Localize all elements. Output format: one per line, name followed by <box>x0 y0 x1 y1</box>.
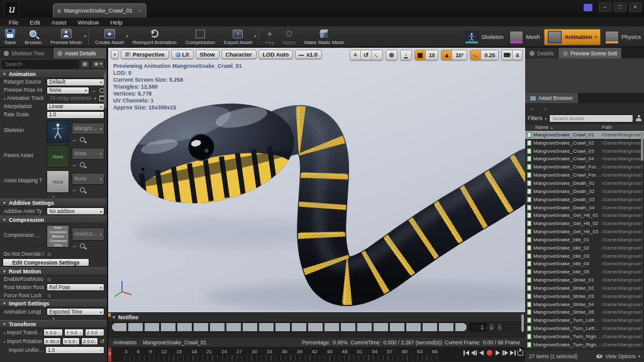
asset-row[interactable]: MangroveSnake_Idle_01/Game/MangroveSn <box>525 236 644 244</box>
asset-row[interactable]: MangroveSnake_Death_02/Game/MangroveSn <box>525 187 644 195</box>
skip-to-end-button[interactable] <box>510 349 516 356</box>
notifies-scrollbar[interactable] <box>521 314 524 332</box>
expand-more-properties[interactable]: ▾ <box>0 194 107 199</box>
column-path[interactable]: Path <box>602 124 612 130</box>
preview-mesh-caret-icon[interactable]: ▾ <box>84 34 87 39</box>
tab-details[interactable]: Details <box>525 48 558 58</box>
rotation-x-input[interactable]: X 90.0↕ <box>43 337 61 345</box>
record-button[interactable] <box>486 349 493 356</box>
use-selected-icon[interactable]: ← <box>72 187 77 193</box>
section-root-motion[interactable]: ▼ Root Motion <box>0 267 107 275</box>
add-track-button[interactable]: + <box>497 323 502 331</box>
compression-scheme-select[interactable]: AnimCompress_B▾ <box>72 228 104 241</box>
notifies-header[interactable]: ▼ Notifies <box>108 313 525 321</box>
surface-snap-icon[interactable]: ↓ <box>401 50 411 60</box>
expand-icon[interactable]: ▸ <box>4 96 6 101</box>
preview-viewport[interactable]: ▾ Perspective Lit Show Character LOD Aut… <box>108 48 525 312</box>
animation-mode-caret-icon[interactable]: ▾ <box>594 35 597 40</box>
use-selected-icon[interactable]: ← <box>72 136 77 143</box>
lod-auto-button[interactable]: LOD Auto <box>258 50 294 59</box>
filters-button[interactable]: Filters <box>528 115 542 121</box>
skip-to-start-button[interactable] <box>464 349 469 356</box>
asset-row[interactable]: MangroveSnake_Crawl_01/Game/MangroveSn <box>525 131 644 139</box>
translation-z-input[interactable]: Z 0.0↕ <box>85 329 104 336</box>
history-back-button[interactable]: ← <box>530 104 536 111</box>
interpolation-select[interactable]: Linear▾ <box>47 103 104 111</box>
camera-speed-value[interactable]: 4 <box>513 50 522 60</box>
asset-row[interactable]: MangroveSnake_Idle_03/Game/MangroveSn <box>525 252 644 260</box>
notify-track-count[interactable]: 1 <box>470 323 486 331</box>
translation-y-input[interactable]: Y 0.0↕ <box>64 329 84 336</box>
character-menu-button[interactable]: Character <box>221 50 257 59</box>
grid-snap-toggle-icon[interactable]: ▦ <box>415 50 426 60</box>
asset-row[interactable]: MangroveSnake_Crawl_Forward_01/Game/Mang… <box>525 163 644 171</box>
mode-animation-button[interactable]: Animation ▾ <box>544 29 601 45</box>
section-additive-settings[interactable]: ▼ Additive Settings <box>0 199 107 207</box>
timeline-ruler[interactable]: 0 36912151821242730333639424548515457606… <box>108 348 525 361</box>
column-name[interactable]: Name <box>525 124 548 130</box>
notifies-track[interactable]: 1 ▴ + <box>108 321 525 333</box>
preview-pose-select[interactable]: None▾ <box>47 87 89 94</box>
retarget-source-select[interactable]: Default▾ <box>47 79 104 86</box>
translation-x-input[interactable]: X 0.0↕ <box>43 329 63 336</box>
grid-snap-value[interactable]: 10 <box>426 50 438 60</box>
asset-row[interactable]: MangroveSnake_Turn_Right_01/Game/Mangrov… <box>525 332 644 341</box>
saved-search-icon[interactable] <box>636 115 641 121</box>
play-button[interactable] <box>495 349 501 356</box>
asset-row[interactable]: MangroveSnake_Turn_Left_01/Game/Mangrove… <box>525 316 644 324</box>
asset-row[interactable]: MangroveSnake_Turn_Right_02/Game/Mangrov… <box>525 341 644 349</box>
rate-scale-input[interactable]: 1.0↕ <box>47 111 104 119</box>
scale-tool-icon[interactable]: ↔ <box>372 50 382 60</box>
asset-row[interactable]: MangroveSnake_Crawl_03/Game/MangroveSn <box>525 147 644 155</box>
details-search-input[interactable] <box>2 60 79 69</box>
asset-row[interactable]: MangroveSnake_Idle_05/Game/MangroveSn <box>525 268 644 276</box>
asset-row[interactable]: MangroveSnake_Idle_04/Game/MangroveSn <box>525 260 644 268</box>
skeleton-asset-select[interactable]: MangroveSnake_▾ <box>72 123 104 134</box>
make-static-mesh-button[interactable]: Make Static Mesh <box>300 26 349 47</box>
playback-speed-button[interactable]: x1.0 <box>295 50 322 59</box>
save-button[interactable]: Save <box>0 26 20 47</box>
section-import-settings[interactable]: ▼ Import Settings <box>0 299 107 307</box>
compression-button[interactable]: Compression <box>181 26 219 47</box>
property-matrix-button[interactable]: ▦ <box>80 60 90 69</box>
parent-asset-select[interactable]: None▾ <box>72 148 104 160</box>
close-button[interactable]: × <box>629 3 641 12</box>
asset-row[interactable]: MangroveSnake_Death_03/Game/MangroveSn <box>525 195 644 204</box>
browse-to-asset-icon[interactable] <box>80 137 85 142</box>
translate-tool-icon[interactable]: + <box>350 50 361 60</box>
asset-mapping-select[interactable]: None▾ <box>72 173 104 185</box>
step-back-button[interactable] <box>471 349 477 356</box>
view-options-button[interactable]: View Options ▾ <box>596 353 640 359</box>
asset-row[interactable]: MangroveSnake_Death_01/Game/MangroveSn <box>525 179 644 187</box>
parent-asset-thumbnail[interactable]: None <box>47 145 69 168</box>
menu-edit[interactable]: Edit <box>25 19 45 26</box>
menu-window[interactable]: Window <box>72 19 104 26</box>
root-motion-root-select[interactable]: Ref Pose▾ <box>47 283 104 291</box>
asset-row[interactable]: MangroveSnake_Crawl_Forward_02/Game/Mang… <box>525 171 644 179</box>
browse-to-asset-icon[interactable] <box>80 187 85 192</box>
asset-row[interactable]: MangroveSnake_Crawl_04/Game/MangroveSn <box>525 155 644 163</box>
expand-icon[interactable]: ▸ <box>4 331 6 335</box>
section-animation[interactable]: ▼ Animation <box>0 70 107 78</box>
world-local-toggle-icon[interactable]: ⊕ <box>386 50 397 60</box>
asset-row[interactable]: MangroveSnake_Get_Hit_01/Game/MangroveSn <box>525 211 644 219</box>
asset-row[interactable]: MangroveSnake_Strike_02/Game/MangroveSn <box>525 284 644 292</box>
left-panel-scrollbar[interactable] <box>104 73 106 108</box>
section-compression[interactable]: ▼ Compression <box>0 216 107 224</box>
edit-compression-settings-button[interactable]: Edit Compression Settings <box>3 258 89 266</box>
uniform-scale-input[interactable]: 1.0↕ <box>45 346 104 354</box>
enable-root-motion-checkbox[interactable] <box>47 277 52 282</box>
lit-mode-button[interactable]: Lit <box>171 50 194 59</box>
menu-file[interactable]: File <box>4 19 23 26</box>
view-options-eye-button[interactable]: ◉ ▾ <box>91 60 105 69</box>
step-forward-button[interactable] <box>502 349 508 356</box>
mode-skeleton-button[interactable]: Skeleton <box>463 30 505 45</box>
compression-scheme-thumbnail[interactable]: Anim Compress Bitwise Compress Only <box>47 225 69 248</box>
scale-snap-toggle-icon[interactable]: ↔ <box>470 50 481 60</box>
notify-track-segments[interactable] <box>111 322 467 332</box>
tab-asset-details[interactable]: Asset Details <box>53 48 107 58</box>
do-not-override-checkbox[interactable] <box>47 251 52 257</box>
playhead[interactable]: 0 <box>108 348 111 361</box>
asset-row[interactable]: MangroveSnake_Strike_05/Game/MangroveSn <box>525 309 644 317</box>
track-collapse-button[interactable]: ▴ <box>489 323 494 331</box>
